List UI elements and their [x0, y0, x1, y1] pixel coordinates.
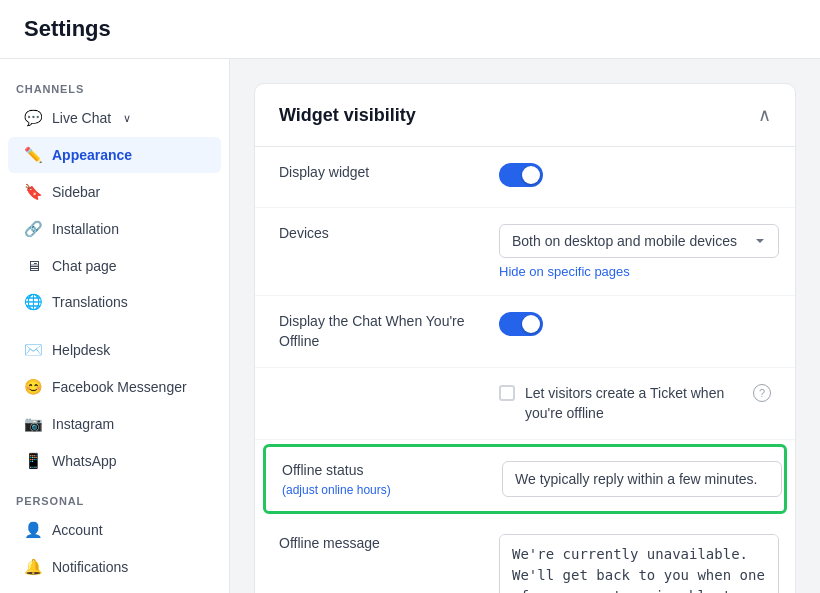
sidebar-item-label: Notifications	[52, 559, 128, 575]
offline-message-textarea[interactable]	[499, 534, 779, 593]
sidebar-item-label: Facebook Messenger	[52, 379, 187, 395]
let-visitors-checkbox[interactable]	[499, 385, 515, 401]
sidebar-item-sidebar[interactable]: 🔖 Sidebar	[8, 174, 221, 210]
card-title: Widget visibility	[279, 105, 416, 126]
devices-label-col: Devices	[279, 224, 499, 244]
facebook-icon: 😊	[24, 378, 42, 396]
let-visitors-checkbox-row: Let visitors create a Ticket when you're…	[499, 384, 771, 423]
offline-message-control	[499, 534, 779, 593]
main-content: Widget visibility ∧ Display widget Devic…	[230, 59, 820, 593]
bookmark-icon: 🔖	[24, 183, 42, 201]
devices-control: Both on desktop and mobile devicesDeskto…	[499, 224, 779, 279]
sidebar-item-label: Appearance	[52, 147, 132, 163]
sidebar-item-chat-page[interactable]: 🖥 Chat page	[8, 248, 221, 283]
devices-select[interactable]: Both on desktop and mobile devicesDeskto…	[499, 224, 779, 258]
sidebar-item-facebook[interactable]: 😊 Facebook Messenger	[8, 369, 221, 405]
offline-status-input[interactable]	[502, 461, 782, 497]
display-widget-row: Display widget	[255, 147, 795, 208]
sidebar-item-instagram[interactable]: 📷 Instagram	[8, 406, 221, 442]
chat-icon: 💬	[24, 109, 42, 127]
monitor-icon: 🖥	[24, 257, 42, 274]
personal-section-label: PERSONAL	[0, 487, 229, 511]
display-chat-offline-toggle[interactable]	[499, 312, 543, 336]
sidebar-item-label: WhatsApp	[52, 453, 117, 469]
help-icon[interactable]: ?	[753, 384, 771, 402]
display-widget-label: Display widget	[279, 164, 369, 180]
display-widget-label-col: Display widget	[279, 163, 499, 183]
link-icon: 🔗	[24, 220, 42, 238]
offline-status-label-col: Offline status (adjust online hours)	[282, 461, 502, 497]
sidebar-item-label: Chat page	[52, 258, 117, 274]
offline-status-control	[502, 461, 782, 497]
sidebar-item-label: Helpdesk	[52, 342, 110, 358]
widget-visibility-card: Widget visibility ∧ Display widget Devic…	[254, 83, 796, 593]
sidebar-item-live-chat[interactable]: 💬 Live Chat ∨	[8, 100, 221, 136]
let-visitors-control: Let visitors create a Ticket when you're…	[499, 384, 771, 423]
offline-status-row: Offline status (adjust online hours)	[263, 444, 787, 514]
pencil-icon: ✏️	[24, 146, 42, 164]
let-visitors-label: Let visitors create a Ticket when you're…	[525, 384, 735, 423]
channels-section-label: CHANNELS	[0, 75, 229, 99]
sidebar-item-installation[interactable]: 🔗 Installation	[8, 211, 221, 247]
page-title: Settings	[24, 16, 111, 41]
sidebar-item-label: Translations	[52, 294, 128, 310]
chevron-down-icon: ∨	[123, 112, 131, 125]
globe-icon: 🌐	[24, 293, 42, 311]
display-chat-offline-row: Display the Chat When You're Offline	[255, 296, 795, 368]
display-widget-toggle[interactable]	[499, 163, 543, 187]
devices-row: Devices Both on desktop and mobile devic…	[255, 208, 795, 296]
card-header: Widget visibility ∧	[255, 84, 795, 147]
sidebar-item-whatsapp[interactable]: 📱 WhatsApp	[8, 443, 221, 479]
sidebar-item-account[interactable]: 👤 Account	[8, 512, 221, 548]
offline-message-label-col: Offline message	[279, 534, 499, 554]
sidebar-item-label: Instagram	[52, 416, 114, 432]
sidebar-item-notifications[interactable]: 🔔 Notifications	[8, 549, 221, 585]
sidebar-item-label: Account	[52, 522, 103, 538]
user-icon: 👤	[24, 521, 42, 539]
hide-specific-pages-link[interactable]: Hide on specific pages	[499, 264, 779, 279]
let-visitors-row: Let visitors create a Ticket when you're…	[255, 368, 795, 440]
sidebar-item-label: Installation	[52, 221, 119, 237]
collapse-button[interactable]: ∧	[758, 104, 771, 126]
display-chat-offline-label: Display the Chat When You're Offline	[279, 313, 465, 349]
layout: CHANNELS 💬 Live Chat ∨ ✏️ Appearance 🔖 S…	[0, 59, 820, 593]
offline-message-row: Offline message	[255, 518, 795, 593]
adjust-online-hours-link[interactable]: (adjust online hours)	[282, 483, 502, 497]
offline-status-label: Offline status	[282, 462, 363, 478]
display-chat-offline-control	[499, 312, 771, 340]
sidebar-item-appearance[interactable]: ✏️ Appearance	[8, 137, 221, 173]
sidebar-item-label: Sidebar	[52, 184, 100, 200]
bell-icon: 🔔	[24, 558, 42, 576]
mail-icon: ✉️	[24, 341, 42, 359]
display-chat-offline-label-col: Display the Chat When You're Offline	[279, 312, 499, 351]
offline-message-label: Offline message	[279, 535, 380, 551]
sidebar-item-translations[interactable]: 🌐 Translations	[8, 284, 221, 320]
display-widget-control	[499, 163, 771, 191]
instagram-icon: 📷	[24, 415, 42, 433]
devices-label: Devices	[279, 225, 329, 241]
page-header: Settings	[0, 0, 820, 59]
whatsapp-icon: 📱	[24, 452, 42, 470]
sidebar-item-helpdesk[interactable]: ✉️ Helpdesk	[8, 332, 221, 368]
sidebar-item-label: Live Chat	[52, 110, 111, 126]
sidebar: CHANNELS 💬 Live Chat ∨ ✏️ Appearance 🔖 S…	[0, 59, 230, 593]
